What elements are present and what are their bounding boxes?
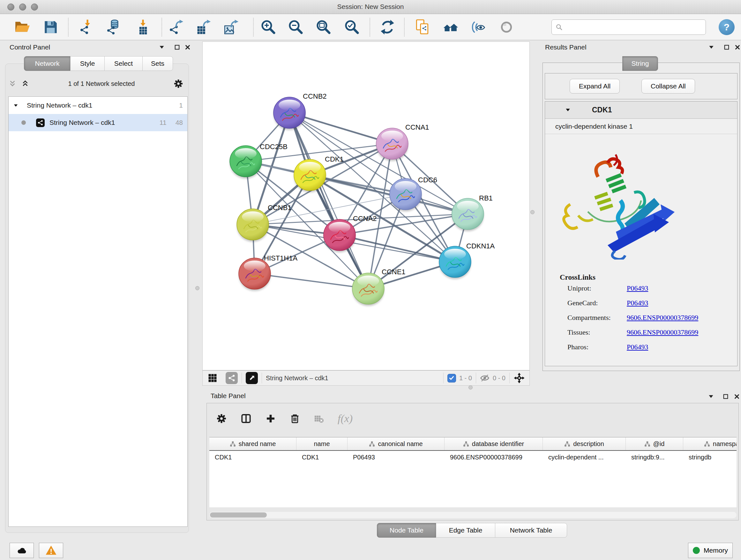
column-header--id[interactable]: @id [626,437,683,450]
expand-all-button[interactable]: Expand All [569,79,620,94]
zoom-in-button[interactable] [260,19,276,35]
maximize-panel-icon[interactable] [723,393,729,400]
search-input[interactable] [565,23,702,31]
column-header-canonical-name[interactable]: canonical name [347,437,445,450]
table-cell[interactable]: CDK1 [296,451,347,465]
network-node-CDC6[interactable] [390,179,421,211]
network-collection-row[interactable]: String Network – cdk1 1 [9,97,187,114]
birds-eye-view-icon[interactable] [246,372,258,384]
network-options-gear-icon[interactable] [174,79,183,88]
table-cell[interactable]: stringdb [683,451,737,465]
column-header-namespace[interactable]: namespace [683,437,737,450]
collapse-all-networks-icon[interactable] [8,79,17,88]
export-image-button[interactable] [223,19,239,35]
crosslink-link[interactable]: P06493 [627,343,648,351]
table-cell[interactable]: stringdb:9... [626,451,683,465]
zoom-selected-button[interactable] [344,19,360,35]
network-node-CCNB2[interactable] [273,97,306,130]
add-column-icon[interactable] [266,414,276,424]
import-string-file-button[interactable] [414,19,430,35]
tab-network[interactable]: Network [24,56,71,71]
open-session-button[interactable] [14,19,30,35]
network-node-CDC25B[interactable] [230,145,262,178]
show-columns-icon[interactable] [241,413,252,424]
tab-edge-table[interactable]: Edge Table [436,523,495,538]
save-session-button[interactable] [43,19,59,35]
tab-string-results[interactable]: String [622,56,658,71]
float-panel-icon[interactable] [708,44,715,51]
vertical-splitter-handle-2[interactable] [530,210,535,214]
selected-checkbox-icon[interactable] [448,374,456,382]
crosslink-link[interactable]: P06493 [627,299,648,307]
show-graphics-details-button[interactable] [498,19,515,35]
network-edge[interactable] [255,273,368,289]
network-edge[interactable] [289,113,368,289]
network-node-RB1[interactable] [452,198,484,231]
table-cell[interactable]: cyclin-dependent ... [543,451,626,465]
tab-style[interactable]: Style [70,56,105,71]
memory-button[interactable]: Memory [688,543,733,558]
cloud-status-button[interactable] [10,543,34,558]
tab-select[interactable]: Select [105,56,143,71]
float-panel-icon[interactable] [158,44,165,51]
view-network-icon[interactable] [226,372,238,384]
table-cell[interactable]: P06493 [347,451,445,465]
tab-sets[interactable]: Sets [142,56,173,71]
section-expander-icon[interactable] [565,107,571,113]
delete-column-icon[interactable] [290,414,300,424]
view-grid-icon[interactable] [208,373,217,383]
vertical-splitter-handle[interactable] [195,286,199,290]
hidden-eye-icon[interactable] [480,373,489,383]
export-table-button[interactable] [196,19,212,35]
column-header-description[interactable]: description [543,437,626,450]
table-options-gear-icon[interactable] [216,414,226,424]
crosslink-link[interactable]: P06493 [627,284,648,292]
network-node-HIST1H1A[interactable] [239,258,271,291]
table-cell[interactable]: CDK1 [209,451,296,465]
column-header-shared-name[interactable]: shared name [209,437,296,450]
apply-layout-button[interactable] [380,19,395,35]
zoom-fit-button[interactable] [316,19,332,35]
enhance-graphics-button[interactable] [470,19,486,35]
network-canvas[interactable]: CCNB2CCNA1CDC25BCDK1CDC6RB1CCNB1CCNA2CDK… [202,42,530,370]
network-node-CDK1[interactable] [294,159,326,192]
network-node-CCNA2[interactable] [324,219,355,252]
warnings-button[interactable] [39,543,63,558]
pan-crosshair-icon[interactable] [514,372,525,384]
expand-all-networks-icon[interactable] [21,79,29,88]
close-panel-icon[interactable] [734,44,741,51]
close-panel-icon[interactable] [734,393,740,400]
scrollbar-thumb[interactable] [210,512,267,517]
import-table-from-file-button[interactable] [135,19,151,35]
table-row[interactable]: CDK1CDK1P064939606.ENSP00000378699cyclin… [209,451,737,465]
network-node-CCNA1[interactable] [376,128,408,161]
network-node-CCNE1[interactable] [352,273,384,306]
network-node-CCNB1[interactable] [237,209,269,241]
function-builder-button[interactable]: f(x) [338,413,353,425]
table-cell[interactable]: 9606.ENSP00000378699 [445,451,543,465]
horizontal-splitter-handle[interactable] [468,385,473,389]
collapse-all-button[interactable]: Collapse All [642,79,695,94]
close-panel-icon[interactable] [185,44,191,51]
crosslink-link[interactable]: 9606.ENSP00000378699 [627,328,698,336]
tab-network-table[interactable]: Network Table [495,523,567,538]
string-home-button[interactable] [443,19,459,35]
import-network-from-database-button[interactable] [106,19,122,35]
float-panel-icon[interactable] [708,393,714,400]
tab-node-table[interactable]: Node Table [377,523,436,538]
column-header-name[interactable]: name [296,437,347,450]
import-network-from-file-button[interactable] [79,19,95,35]
maximize-panel-icon[interactable] [724,44,730,51]
help-button[interactable]: ? [719,19,735,35]
delete-table-icon[interactable] [314,414,324,423]
crosslink-link[interactable]: 9606.ENSP00000378699 [627,314,698,321]
network-node-CDKN1A[interactable] [439,246,471,279]
gene-section-header[interactable]: CDK1 [545,102,737,119]
maximize-panel-icon[interactable] [174,44,180,51]
export-network-button[interactable] [168,19,184,35]
table-horizontal-scrollbar[interactable] [209,512,737,518]
column-header-database-identifier[interactable]: database identifier [445,437,543,450]
zoom-out-button[interactable] [288,19,304,35]
collection-expander-icon[interactable] [13,103,18,108]
network-row[interactable]: String Network – cdk1 11 48 [9,114,187,131]
